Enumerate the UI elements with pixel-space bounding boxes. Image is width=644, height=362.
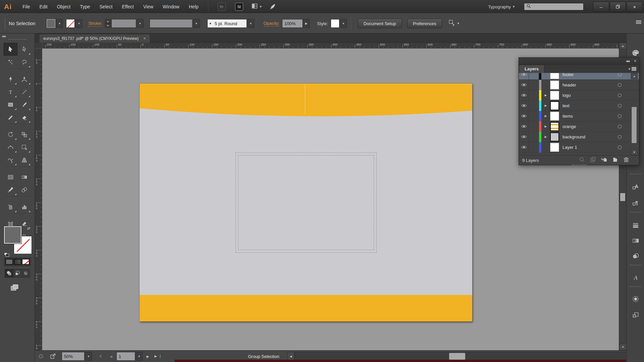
layers-scroll-thumb[interactable]	[631, 107, 637, 143]
visibility-eye-icon[interactable]	[519, 80, 529, 90]
draw-normal-button[interactable]	[5, 269, 13, 277]
toolbar-gripper[interactable]	[9, 39, 26, 40]
horizontal-ruler[interactable]: 2001501005005010015020025030035040045050…	[42, 43, 619, 49]
arrange-documents-button[interactable]: ▼	[251, 3, 262, 11]
close-button[interactable]: ×	[627, 2, 643, 12]
menu-item-select[interactable]: Select	[95, 0, 117, 13]
fill-dropdown-button[interactable]: ▼	[56, 19, 63, 28]
expand-triangle-icon[interactable]: ▶	[541, 135, 550, 138]
layer-row-footer[interactable]: footer	[519, 73, 639, 80]
delete-layer-icon[interactable]	[623, 156, 630, 164]
lock-toggle-cell[interactable]	[529, 121, 539, 132]
zoom-dropdown[interactable]: ▼	[85, 352, 92, 361]
scroll-up-icon[interactable]: ▲	[619, 43, 627, 49]
target-circle-icon[interactable]	[618, 145, 622, 149]
stroke-weight-dropdown[interactable]: ▼	[137, 19, 144, 28]
menu-item-window[interactable]: Window	[158, 0, 184, 13]
layer-row-logo[interactable]: ▶logo	[519, 90, 639, 101]
stroke-panel-link[interactable]: Stroke:	[88, 21, 102, 26]
preferences-button[interactable]: Preferences	[407, 19, 442, 28]
layer-name-label[interactable]: items	[562, 114, 618, 119]
lock-toggle-cell[interactable]	[529, 90, 539, 101]
target-circle-icon[interactable]	[618, 125, 622, 128]
shaper-tool[interactable]	[4, 154, 17, 166]
next-artboard-icon[interactable]: ▶	[147, 355, 149, 358]
lock-toggle-cell[interactable]	[529, 142, 539, 153]
layers-scrollbar[interactable]: ▲ ▼	[631, 73, 638, 155]
width-profile-field[interactable]	[150, 19, 193, 28]
artboard-dropdown[interactable]: ▼	[136, 352, 143, 361]
width-profile-dropdown[interactable]: ▼	[193, 19, 200, 28]
layer-name-label[interactable]: footer	[562, 73, 618, 77]
stroke-swatch-none[interactable]	[66, 19, 75, 28]
blend-tool[interactable]	[17, 183, 31, 196]
stroke-weight-stepper[interactable]: ▲▼	[105, 19, 111, 28]
select-similar-control[interactable]: ▼	[448, 19, 460, 28]
search-box[interactable]	[524, 3, 584, 10]
layer-row-layer-1[interactable]: Layer 1	[519, 142, 639, 153]
lock-toggle-cell[interactable]	[529, 111, 539, 121]
symbol-sprayer-tool[interactable]	[4, 200, 17, 213]
transparency-panel[interactable]	[627, 249, 644, 263]
change-screen-mode-button[interactable]	[10, 283, 19, 293]
dock-gripper[interactable]	[630, 212, 641, 213]
brush-definition-field[interactable]: ● 5 pt. Round	[207, 19, 247, 28]
curvature-tool[interactable]	[17, 73, 31, 85]
target-circle-icon[interactable]	[618, 73, 622, 76]
new-layer-icon[interactable]	[612, 156, 619, 164]
stock-button[interactable]: St	[235, 3, 243, 11]
clipping-mask-icon[interactable]	[590, 156, 596, 164]
layer-name-label[interactable]: background	[562, 134, 618, 139]
ruler-origin-corner[interactable]	[35, 43, 42, 49]
draw-inside-button[interactable]	[21, 269, 30, 277]
horizontal-scroll-thumb[interactable]	[449, 353, 465, 360]
layers-tab[interactable]: Layers	[519, 65, 544, 73]
pen-tool[interactable]	[4, 73, 17, 85]
target-circle-icon[interactable]	[618, 114, 622, 118]
layer-thumbnail[interactable]	[550, 122, 559, 131]
expand-triangle-icon[interactable]: ▶	[541, 104, 550, 107]
rotate-tool[interactable]	[4, 128, 17, 141]
panel-bottom-gripper[interactable]	[572, 165, 587, 165]
target-circle-icon[interactable]	[618, 94, 622, 97]
character-styles-panel[interactable]: A	[627, 180, 644, 194]
stroke-panel[interactable]	[627, 219, 644, 232]
selection-tool[interactable]	[4, 43, 17, 56]
target-circle-icon[interactable]	[618, 135, 622, 139]
artboard-number-field[interactable]: 1	[116, 352, 135, 361]
draw-behind-button[interactable]	[13, 269, 22, 277]
menu-item-view[interactable]: View	[139, 0, 158, 13]
panel-menu-icon[interactable]: ▼	[627, 67, 636, 71]
minimize-button[interactable]: –	[593, 2, 609, 12]
default-fill-stroke-icon[interactable]	[4, 252, 9, 257]
dock-gripper[interactable]	[630, 174, 641, 174]
lock-toggle-cell[interactable]	[529, 73, 539, 80]
menu-item-file[interactable]: File	[18, 0, 35, 13]
pencil-tool[interactable]	[4, 111, 17, 124]
scroll-up-icon[interactable]: ▲	[631, 73, 638, 79]
controlbar-menu-icon[interactable]	[636, 20, 641, 26]
visibility-eye-icon[interactable]	[519, 142, 529, 153]
locate-icon[interactable]	[579, 156, 585, 164]
line-segment-tool[interactable]	[17, 85, 31, 98]
panel-resize-gripper[interactable]	[634, 160, 638, 164]
visibility-eye-icon[interactable]	[519, 101, 529, 111]
free-transform-tool[interactable]	[17, 141, 31, 154]
collapse-panel-icon[interactable]: ◀◀	[626, 60, 629, 63]
layer-name-label[interactable]: header	[562, 82, 618, 87]
layer-thumbnail[interactable]	[550, 80, 559, 89]
tab-close-icon[interactable]: ×	[143, 36, 146, 41]
magic-wand-tool[interactable]	[4, 56, 17, 68]
gradient-panel[interactable]	[627, 234, 644, 247]
layer-row-items[interactable]: ▶items	[519, 111, 639, 121]
previous-artboard-icon[interactable]: ◀	[110, 355, 112, 358]
expand-triangle-icon[interactable]: ▶	[541, 125, 550, 128]
visibility-eye-icon[interactable]	[519, 111, 529, 121]
perspective-grid-tool[interactable]	[17, 154, 31, 166]
dashed-frame-outer[interactable]	[235, 153, 377, 253]
bridge-button[interactable]: Br	[218, 3, 226, 11]
lasso-tool[interactable]	[17, 56, 31, 68]
paintbrush-tool[interactable]	[17, 98, 31, 111]
eraser-tool[interactable]	[17, 111, 31, 124]
controlbar-gripper[interactable]	[5, 18, 5, 29]
